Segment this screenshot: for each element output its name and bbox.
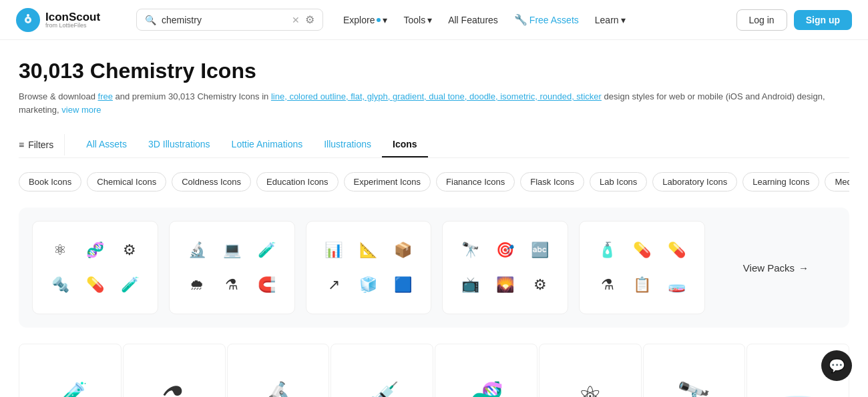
pack-2-icon-5: ⚗ xyxy=(217,270,246,300)
pack-3-icon-3: 📦 xyxy=(389,236,418,265)
pack-4-icon-4: 📺 xyxy=(456,270,485,300)
nav-learn-label: Learn xyxy=(595,15,619,25)
pack-4-icons: 🔭 🎯 🔤 📺 🌄 ⚙ xyxy=(456,236,555,300)
clear-icon[interactable]: ✕ xyxy=(292,15,300,25)
nav-all-features[interactable]: All Features xyxy=(441,11,505,29)
pack-card-2[interactable]: 🔬 💻 🧪 🌧 ⚗ 🧲 xyxy=(169,221,295,314)
view-packs-card[interactable]: View Packs → xyxy=(716,221,836,314)
styles-link[interactable]: line, colored outline, flat, glyph, grad… xyxy=(271,91,602,101)
main-nav: Explore ▾ Tools ▾ All Features 🔧 Free As… xyxy=(337,9,723,30)
tag-medical-icons[interactable]: Medical Icons xyxy=(825,172,849,191)
icon-result-1[interactable]: 🧪 xyxy=(19,344,122,397)
pack-card-5[interactable]: 🧴 💊 💊 ⚗ 📋 🧫 xyxy=(579,221,705,314)
free-link[interactable]: free xyxy=(98,91,113,101)
pack-1-icon-4: 🔩 xyxy=(45,270,75,300)
pack-card-4[interactable]: 🔭 🎯 🔤 📺 🌄 ⚙ xyxy=(442,221,568,314)
icon-result-8-image: 🧫 xyxy=(781,380,815,397)
tab-icons[interactable]: Icons xyxy=(382,132,428,157)
filter-icon: ≡ xyxy=(19,139,24,150)
nav-explore-dot xyxy=(377,18,381,22)
pack-5-icon-6: 🧫 xyxy=(662,270,692,300)
signup-button[interactable]: Sign up xyxy=(794,10,852,30)
svg-point-2 xyxy=(27,19,29,21)
pack-3-icons: 📊 📐 📦 ↗ 🧊 🟦 xyxy=(319,236,418,300)
pack-card-1[interactable]: ⚛ 🧬 ⚙ 🔩 💊 🧪 xyxy=(32,221,158,314)
pack-2-icon-1: 🔬 xyxy=(182,236,212,265)
pack-1-icons: ⚛ 🧬 ⚙ 🔩 💊 🧪 xyxy=(45,236,144,300)
pack-3-icon-2: 📐 xyxy=(354,236,383,265)
pack-4-icon-5: 🌄 xyxy=(491,270,520,300)
view-more-link[interactable]: view more xyxy=(61,105,101,115)
tag-chemical-icons[interactable]: Chemical Icons xyxy=(87,172,166,191)
header-actions: Log in Sign up xyxy=(736,9,852,31)
icon-result-7-image: 🔭 xyxy=(676,380,711,397)
pack-4-icon-3: 🔤 xyxy=(525,236,555,265)
pack-1-icon-2: 🧬 xyxy=(80,236,110,265)
nav-explore[interactable]: Explore ▾ xyxy=(337,11,394,29)
tag-book-icons[interactable]: Book Icons xyxy=(19,172,81,191)
nav-learn[interactable]: Learn ▾ xyxy=(588,11,632,29)
nav-free-assets[interactable]: 🔧 Free Assets xyxy=(507,9,586,30)
search-settings-icon[interactable]: ⚙ xyxy=(305,13,314,26)
tag-learning-icons[interactable]: Learning Icons xyxy=(742,172,819,191)
pack-5-icon-3: 💊 xyxy=(662,236,692,265)
tabs-bar: ≡ Filters All Assets 3D Illustrations Lo… xyxy=(19,132,849,158)
pack-3-icon-1: 📊 xyxy=(319,236,349,265)
nav-tools-label: Tools xyxy=(403,15,425,25)
nav-learn-arrow: ▾ xyxy=(621,15,626,25)
tag-laboratory-icons[interactable]: Laboratory Icons xyxy=(652,172,737,191)
nav-tools-arrow: ▾ xyxy=(427,15,432,25)
pack-4-icon-1: 🔭 xyxy=(456,236,485,265)
pack-2-icon-4: 🌧 xyxy=(182,270,212,300)
packs-row: ⚛ 🧬 ⚙ 🔩 💊 🧪 🔬 💻 🧪 🌧 ⚗ 🧲 📊 📐 xyxy=(19,208,849,328)
icon-result-4-image: 💉 xyxy=(365,380,399,397)
pack-1-icon-1: ⚛ xyxy=(45,236,75,265)
logo-icon xyxy=(16,8,40,32)
tab-3d-illustrations[interactable]: 3D Illustrations xyxy=(138,132,221,157)
tag-pills: Book Icons Chemical Icons Coldness Icons… xyxy=(19,171,849,191)
nav-free-assets-label: Free Assets xyxy=(529,15,579,25)
tab-illustrations[interactable]: Illustrations xyxy=(313,132,382,157)
search-icon: 🔍 xyxy=(145,15,156,25)
view-packs-link[interactable]: View Packs → xyxy=(743,262,809,274)
view-packs-label: View Packs xyxy=(743,262,795,274)
search-bar[interactable]: 🔍 ✕ ⚙ xyxy=(136,9,323,31)
icon-result-5[interactable]: 🧬 xyxy=(435,344,537,397)
filters-button[interactable]: ≡ Filters xyxy=(19,134,65,155)
logo-name: IconScout xyxy=(45,11,100,23)
icon-result-7[interactable]: 🔭 xyxy=(643,344,746,397)
icon-result-4[interactable]: 💉 xyxy=(331,344,433,397)
svg-point-3 xyxy=(27,14,29,17)
icon-result-2-image: ⚗ xyxy=(162,380,187,397)
pack-card-3[interactable]: 📊 📐 📦 ↗ 🧊 🟦 xyxy=(306,221,432,314)
icon-result-6-image: ⚛ xyxy=(578,380,603,397)
tag-fianance-icons[interactable]: Fianance Icons xyxy=(436,172,515,191)
chat-icon: 💬 xyxy=(829,358,845,374)
pack-2-icon-3: 🧪 xyxy=(252,236,281,265)
tab-all-assets[interactable]: All Assets xyxy=(75,132,138,157)
pack-4-icon-6: ⚙ xyxy=(525,270,555,300)
tab-lottie[interactable]: Lottie Animations xyxy=(221,132,314,157)
icon-result-5-image: 🧬 xyxy=(469,380,503,397)
chat-bubble[interactable]: 💬 xyxy=(821,350,852,381)
pack-1-icon-3: ⚙ xyxy=(115,236,144,265)
tag-lab-icons[interactable]: Lab Icons xyxy=(590,172,647,191)
nav-tools[interactable]: Tools ▾ xyxy=(397,11,439,29)
pack-5-icon-5: 📋 xyxy=(628,270,657,300)
tag-experiment-icons[interactable]: Experiment Icons xyxy=(344,172,431,191)
tag-coldness-icons[interactable]: Coldness Icons xyxy=(172,172,251,191)
tag-flask-icons[interactable]: Flask Icons xyxy=(520,172,584,191)
header: IconScout from LottieFiles 🔍 ✕ ⚙ Explore… xyxy=(0,0,868,40)
icon-result-2[interactable]: ⚗ xyxy=(123,344,226,397)
page-content: 30,013 Chemistry Icons Browse & download… xyxy=(0,40,868,397)
pack-1-icon-6: 🧪 xyxy=(115,270,144,300)
nav-explore-label: Explore xyxy=(343,15,375,25)
pack-2-icon-2: 💻 xyxy=(217,236,246,265)
tag-education-icons[interactable]: Education Icons xyxy=(256,172,339,191)
icon-result-3[interactable]: 🔬 xyxy=(227,344,330,397)
logo[interactable]: IconScout from LottieFiles xyxy=(16,8,123,32)
pack-5-icons: 🧴 💊 💊 ⚗ 📋 🧫 xyxy=(593,236,692,300)
icon-result-6[interactable]: ⚛ xyxy=(539,344,642,397)
search-input[interactable] xyxy=(162,15,286,25)
login-button[interactable]: Log in xyxy=(736,9,787,31)
